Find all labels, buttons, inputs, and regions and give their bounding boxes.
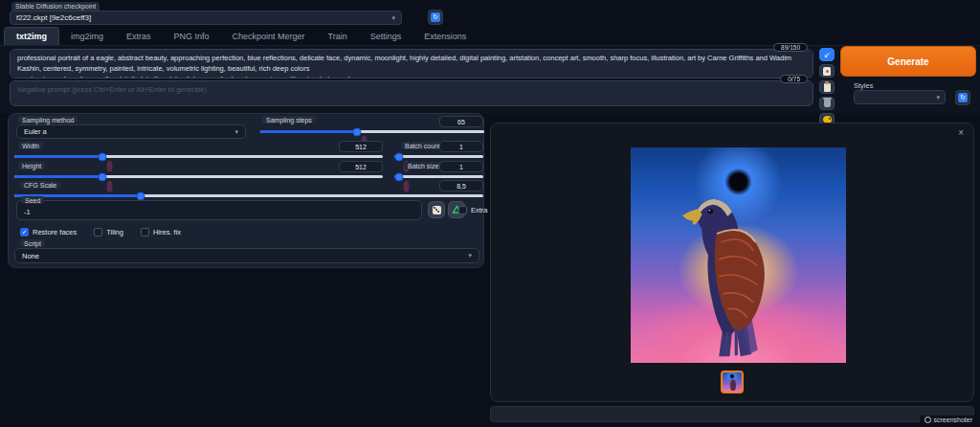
slider-thumb[interactable] <box>137 191 145 200</box>
batch-count-value[interactable]: 1 <box>439 141 483 152</box>
batch-size-slider[interactable] <box>394 175 483 178</box>
extra-seed-checkbox[interactable]: Extra <box>458 206 488 214</box>
height-label: Height <box>18 162 45 169</box>
negative-token-counter: 0/75 <box>780 75 808 83</box>
trash-icon <box>824 100 831 107</box>
chevron-down-icon: ▾ <box>234 128 238 136</box>
checkbox-icon: ✓ <box>20 228 29 236</box>
top-bar: Stable Diffusion checkpoint f222.ckpt [9… <box>0 0 980 27</box>
cfg-scale-label: CFG Scale <box>20 181 60 189</box>
batch-count-label: Batch count <box>401 142 444 149</box>
height-slider[interactable] <box>14 175 383 178</box>
styles-dropdown[interactable]: ▾ <box>854 90 946 104</box>
checkpoint-value: f222.ckpt [9e2c6ceff3] <box>16 13 91 22</box>
arrow-down-left-icon: ↙ <box>824 51 831 59</box>
gallery-thumbnail-strip <box>491 371 973 393</box>
batch-size-value[interactable]: 1 <box>439 161 483 172</box>
batch-count-slider[interactable] <box>394 155 483 158</box>
seed-label: Seed <box>21 196 44 204</box>
styles-label: Styles <box>854 81 873 90</box>
close-gallery-button[interactable]: × <box>958 127 964 138</box>
chevron-down-icon: ▾ <box>468 252 472 259</box>
script-value: None <box>22 252 39 260</box>
cfg-scale-value[interactable]: 8,5 <box>439 180 483 191</box>
tab-settings[interactable]: Settings <box>359 28 413 45</box>
eagle-illustration <box>631 147 846 363</box>
width-label: Width <box>18 142 43 149</box>
slider-thumb[interactable] <box>394 172 403 181</box>
checkpoint-label: Stable Diffusion checkpoint <box>11 2 100 11</box>
slider-thumb[interactable] <box>394 152 403 161</box>
chevron-down-icon: ▾ <box>391 14 395 22</box>
tab-train[interactable]: Train <box>317 28 359 45</box>
slider-thumb[interactable] <box>99 172 107 181</box>
cfg-scale-slider[interactable] <box>14 194 483 197</box>
watermark-text: screenshoter <box>934 416 972 423</box>
generate-button[interactable]: Generate <box>840 46 976 77</box>
prompt-token-counter: 89/150 <box>773 43 808 52</box>
tab-extensions[interactable]: Extensions <box>412 28 478 45</box>
checkpoint-dropdown[interactable]: f222.ckpt [9e2c6ceff3] ▾ <box>10 11 402 25</box>
script-dropdown[interactable]: None ▾ <box>14 248 479 263</box>
dice-icon <box>433 206 441 214</box>
extra-networks-button[interactable] <box>819 64 835 78</box>
prompt-input[interactable]: professional portrait of a eagle, abstra… <box>10 49 813 79</box>
checkbox-icon <box>94 228 102 236</box>
checkbox-icon <box>141 228 149 236</box>
sampling-steps-slider[interactable] <box>260 130 484 133</box>
apply-style-button[interactable] <box>819 80 835 94</box>
random-seed-button[interactable] <box>428 201 445 218</box>
prompt-section: 89/150 professional portrait of a eagle,… <box>0 46 980 113</box>
width-slider[interactable] <box>14 155 383 158</box>
width-value[interactable]: 512 <box>339 141 383 152</box>
sampling-method-value: Euler a <box>24 127 47 136</box>
tab-txt2img[interactable]: txt2img <box>4 27 59 45</box>
generated-image[interactable] <box>631 147 846 363</box>
gear-icon <box>924 416 931 423</box>
refresh-icon: ↻ <box>958 93 968 102</box>
sampling-steps-label: Sampling steps <box>262 116 316 124</box>
tab-checkpoint-merger[interactable]: Checkpoint Merger <box>221 28 317 45</box>
hires-fix-checkbox[interactable]: Hires. fix <box>141 228 181 236</box>
main-tab-bar: txt2img img2img Extras PNG Info Checkpoi… <box>0 27 980 46</box>
gallery-thumbnail[interactable] <box>721 371 744 393</box>
prompt-tool-column: ↙ <box>819 48 835 126</box>
negative-prompt-input[interactable] <box>10 80 813 106</box>
refresh-styles-button[interactable]: ↻ <box>955 90 970 105</box>
tab-png-info[interactable]: PNG Info <box>163 28 221 45</box>
seed-input[interactable]: Seed -1 <box>16 200 422 220</box>
sampling-method-dropdown[interactable]: Euler a ▾ <box>16 124 246 139</box>
slider-thumb[interactable] <box>352 127 361 136</box>
script-label: Script <box>20 239 45 247</box>
options-row: ✓ Restore faces Tiling Hires. fix <box>20 228 181 236</box>
clipboard-icon <box>824 83 831 92</box>
slider-thumb[interactable] <box>99 152 107 161</box>
tab-img2img[interactable]: img2img <box>59 28 115 45</box>
batch-size-label: Batch size <box>404 162 442 169</box>
extra-label: Extra <box>471 206 488 214</box>
clear-prompt-button[interactable] <box>819 97 835 110</box>
generation-params-panel: Sampling method Euler a ▾ Sampling steps… <box>8 113 484 268</box>
tiling-checkbox[interactable]: Tiling <box>94 228 123 236</box>
sampling-steps-value[interactable]: 65 <box>439 116 483 127</box>
chevron-down-icon: ▾ <box>936 94 940 101</box>
refresh-icon: ↻ <box>431 12 440 22</box>
screenshoter-watermark: screenshoter <box>920 416 977 424</box>
gallery-actions-row <box>490 406 974 422</box>
card-icon <box>823 67 831 76</box>
refresh-checkpoint-button[interactable]: ↻ <box>428 10 443 25</box>
tab-extras[interactable]: Extras <box>115 28 163 45</box>
paste-params-button[interactable]: ↙ <box>819 48 835 61</box>
output-gallery-panel: × <box>490 123 974 402</box>
height-value[interactable]: 512 <box>339 161 383 172</box>
checkbox-icon <box>458 206 467 214</box>
sampling-method-label: Sampling method <box>18 116 78 124</box>
seed-value: -1 <box>24 208 31 216</box>
restore-faces-checkbox[interactable]: ✓ Restore faces <box>20 228 77 236</box>
